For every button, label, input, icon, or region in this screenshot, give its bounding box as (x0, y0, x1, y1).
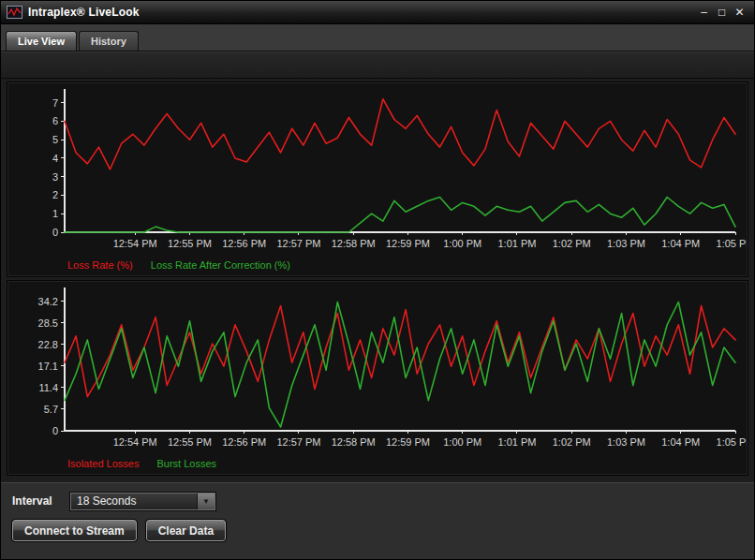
interval-row: Interval 18 Seconds ▼ (12, 492, 743, 510)
close-icon[interactable]: ✕ (731, 2, 748, 22)
clear-data-button[interactable]: Clear Data (146, 520, 226, 541)
svg-text:1:02 PM: 1:02 PM (553, 238, 591, 249)
svg-text:1: 1 (52, 208, 58, 219)
svg-text:12:57 PM: 12:57 PM (276, 238, 320, 249)
svg-text:12:58 PM: 12:58 PM (332, 238, 376, 249)
interval-selected-value: 18 Seconds (71, 494, 197, 509)
svg-text:5: 5 (52, 134, 58, 145)
connect-to-stream-button[interactable]: Connect to Stream (12, 520, 137, 541)
svg-text:2: 2 (52, 189, 58, 200)
svg-text:1:05 PM: 1:05 PM (717, 238, 747, 249)
tab-live-view[interactable]: Live View (6, 31, 77, 51)
window-title: Intraplex® LiveLook (28, 6, 695, 19)
legend-loss-rate: Loss Rate (%) (67, 259, 133, 271)
toolbar-strip (1, 52, 754, 79)
loss-rate-chart-panel: 0123456712:54 PM12:55 PM12:56 PM12:57 PM… (7, 81, 748, 277)
svg-text:3: 3 (52, 171, 58, 183)
svg-text:12:56 PM: 12:56 PM (222, 436, 266, 448)
svg-text:12:59 PM: 12:59 PM (386, 436, 430, 448)
interval-label: Interval (12, 494, 70, 508)
svg-text:7: 7 (52, 97, 58, 109)
control-bar: Interval 18 Seconds ▼ Connect to Stream … (1, 482, 754, 559)
loss-rate-legend: Loss Rate (%) Loss Rate After Correction… (7, 258, 748, 274)
chevron-down-icon[interactable]: ▼ (197, 494, 215, 509)
tab-history[interactable]: History (79, 31, 139, 51)
losses-chart-panel: 05.711.417.122.828.534.212:54 PM12:55 PM… (7, 280, 748, 476)
svg-text:1:03 PM: 1:03 PM (607, 436, 645, 448)
svg-text:1:02 PM: 1:02 PM (553, 436, 591, 448)
legend-burst-losses: Burst Losses (157, 458, 217, 469)
svg-text:34.2: 34.2 (38, 296, 58, 307)
svg-text:1:04 PM: 1:04 PM (661, 238, 700, 249)
button-row: Connect to Stream Clear Data (12, 520, 743, 541)
tab-bar: Live View History (1, 24, 754, 52)
svg-text:12:54 PM: 12:54 PM (113, 436, 157, 448)
losses-chart: 05.711.417.122.828.534.212:54 PM12:55 PM… (8, 283, 747, 457)
svg-text:6: 6 (52, 115, 58, 126)
losses-legend: Isolated Losses Burst Losses (7, 457, 748, 473)
svg-text:12:56 PM: 12:56 PM (222, 238, 266, 249)
svg-text:12:58 PM: 12:58 PM (332, 436, 376, 448)
legend-isolated-losses: Isolated Losses (67, 458, 139, 469)
svg-text:1:00 PM: 1:00 PM (443, 436, 481, 448)
svg-text:11.4: 11.4 (38, 382, 58, 393)
loss-rate-chart: 0123456712:54 PM12:55 PM12:56 PM12:57 PM… (8, 84, 747, 258)
svg-text:4: 4 (52, 153, 58, 164)
svg-text:1:03 PM: 1:03 PM (607, 238, 645, 249)
svg-text:1:01 PM: 1:01 PM (497, 436, 536, 448)
legend-loss-rate-after-correction: Loss Rate After Correction (%) (151, 259, 290, 271)
minimize-icon[interactable]: – (695, 2, 713, 22)
svg-text:1:04 PM: 1:04 PM (661, 436, 700, 448)
svg-text:12:59 PM: 12:59 PM (386, 238, 430, 249)
app-icon (7, 6, 22, 19)
svg-text:12:55 PM: 12:55 PM (168, 238, 212, 249)
svg-text:12:54 PM: 12:54 PM (113, 238, 157, 249)
main-content: 0123456712:54 PM12:55 PM12:56 PM12:57 PM… (1, 52, 754, 482)
svg-text:1:05 PM: 1:05 PM (717, 436, 747, 448)
svg-text:12:57 PM: 12:57 PM (276, 436, 320, 448)
title-bar[interactable]: Intraplex® LiveLook – □ ✕ (1, 1, 754, 24)
svg-text:1:00 PM: 1:00 PM (443, 238, 481, 249)
svg-text:28.5: 28.5 (38, 317, 58, 329)
svg-text:0: 0 (52, 227, 58, 238)
maximize-icon[interactable]: □ (713, 2, 731, 22)
svg-text:22.8: 22.8 (38, 339, 58, 350)
svg-text:1:01 PM: 1:01 PM (497, 238, 536, 249)
svg-text:12:55 PM: 12:55 PM (168, 436, 212, 448)
svg-text:0: 0 (52, 425, 58, 436)
svg-text:17.1: 17.1 (38, 361, 58, 372)
app-window: Intraplex® LiveLook – □ ✕ Live View Hist… (0, 0, 755, 560)
interval-select[interactable]: 18 Seconds ▼ (70, 493, 215, 510)
svg-text:5.7: 5.7 (44, 404, 58, 415)
